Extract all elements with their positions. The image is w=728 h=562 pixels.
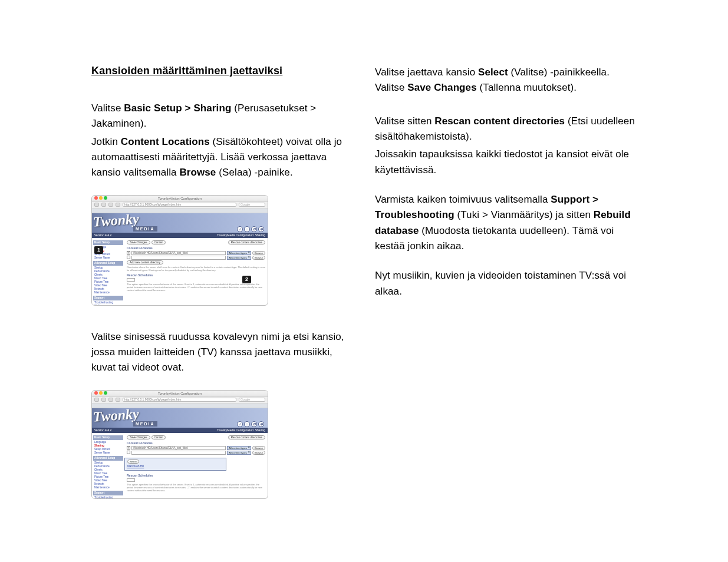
window-titlebar: TwonkyVision Configuration <box>92 391 268 397</box>
sidebar-item-servername[interactable]: Server Name <box>93 256 123 260</box>
screenshot-2: TwonkyVision Configuration http://127.0.… <box>91 390 268 499</box>
content-type-select[interactable]: All content types <box>227 446 251 450</box>
home-button[interactable] <box>116 398 120 402</box>
rescan-schedules-label: Rescan Schedules <box>127 474 265 477</box>
location-path-empty <box>131 451 226 455</box>
browse-button[interactable]: Browse <box>252 446 265 450</box>
search-field[interactable]: Google <box>239 203 265 207</box>
sidebar-group-support: Support <box>93 491 123 495</box>
sidebar-item-faq[interactable]: FAQ <box>93 305 123 306</box>
rescan-button[interactable]: Rescan content directories <box>228 435 265 439</box>
home-icon[interactable]: ⌂ <box>244 226 250 232</box>
save-changes-button[interactable]: Save Changes <box>127 240 150 244</box>
twonky-logo: Twonky <box>93 408 139 425</box>
help-text-2: This option specifies the rescan behavio… <box>127 283 265 292</box>
section-heading: Kansioiden määrittäminen jaettaviksi <box>91 65 356 77</box>
version-bar: Version 4.4.2 TwonkyMedia Configuration:… <box>92 428 268 433</box>
location-path: /Macintosh HD/Users/Shared/DLNA_test_fil… <box>131 251 226 255</box>
callout-1: 1 <box>94 246 103 254</box>
sidebar-group-basic: Basic Setup <box>93 240 123 245</box>
text: Jotkin <box>91 136 121 147</box>
browser-toolbar: http://127.0.0.1:9000/config/page/index.… <box>92 397 268 404</box>
para-block-r4: Nyt musiikin, kuvien ja videoiden toista… <box>375 268 640 299</box>
globe-icon[interactable]: ⊕ <box>258 421 264 427</box>
banner-icons: i ⌂ ✿ ⊕ <box>237 421 264 427</box>
forward-button[interactable] <box>101 398 106 402</box>
back-button[interactable] <box>94 398 99 402</box>
cancel-button[interactable]: Cancel <box>151 240 166 244</box>
cart-icon[interactable]: ✿ <box>251 226 257 232</box>
info-icon[interactable]: i <box>237 421 243 427</box>
traffic-lights <box>94 391 107 395</box>
address-bar[interactable]: http://127.0.0.1:9000/config/page/index.… <box>123 398 236 402</box>
home-icon[interactable]: ⌂ <box>244 421 250 427</box>
para-block-r1: Valitse jaettava kansio Select (Valitse)… <box>375 65 640 96</box>
drive-link[interactable]: Macintosh HD <box>126 464 225 469</box>
bold: Content Locations <box>121 136 210 147</box>
info-icon[interactable]: i <box>237 226 243 232</box>
location-row-1: /Macintosh HD/Users/Shared/DLNA_test_fil… <box>127 251 265 255</box>
location-checkbox[interactable] <box>127 256 130 259</box>
bold: Select <box>478 67 508 78</box>
add-directory-row: Add new content directory <box>127 260 265 265</box>
browse-button[interactable]: Browse <box>252 451 265 455</box>
sidebar-item-maintenance[interactable]: Maintenance <box>93 486 123 490</box>
content-type-select[interactable]: All content types <box>227 451 251 455</box>
app-banner: Twonky MEDIA i ⌂ ✿ ⊕ Version 4.4.2 Twonk… <box>92 408 268 433</box>
version-bar: Version 4.4.2 TwonkyMedia Configuration:… <box>92 233 268 238</box>
zoom-icon <box>104 196 107 200</box>
reload-button[interactable] <box>108 203 113 207</box>
rescan-interval-input[interactable] <box>127 278 135 282</box>
rp4: Nyt musiikin, kuvien ja videoiden toista… <box>375 268 640 299</box>
right-column: Valitse jaettava kansio Select (Valitse)… <box>375 65 640 515</box>
back-button[interactable] <box>94 203 99 207</box>
save-changes-button[interactable]: Save Changes <box>127 435 150 439</box>
add-directory-button[interactable]: Add new content directory <box>127 260 163 265</box>
location-row-2: All content types Browse <box>127 451 265 455</box>
browser-toolbar: http://127.0.0.1:9000/config/page/index.… <box>92 202 268 209</box>
text: (Tuki > Vianmääritys) ja sitten <box>454 209 594 220</box>
cart-icon[interactable]: ✿ <box>251 421 257 427</box>
callout-2: 2 <box>242 276 251 283</box>
minimize-icon <box>99 391 103 395</box>
location-checkbox[interactable] <box>127 446 130 449</box>
select-button[interactable]: Select <box>127 459 139 464</box>
sidebar-group-support: Support <box>93 296 123 300</box>
search-field[interactable]: Google <box>239 398 265 402</box>
content-locations-label: Content Locations <box>127 441 265 445</box>
sidebar-item-servername[interactable]: Server Name <box>93 451 123 455</box>
content-locations-label: Content Locations <box>127 246 265 250</box>
reload-button[interactable] <box>108 398 113 402</box>
rp2b: Joissakin tapauksissa kaikki tiedostot j… <box>375 147 640 178</box>
rescan-interval-input[interactable] <box>127 478 135 482</box>
sidebar-item-troubleshooting[interactable]: Troubleshooting <box>93 496 123 499</box>
globe-icon[interactable]: ⊕ <box>258 226 264 232</box>
location-checkbox[interactable] <box>127 451 130 454</box>
sidebar-group-advanced: Advanced Setup <box>93 261 123 266</box>
content-type-select[interactable]: All content types <box>227 256 251 260</box>
browse-button[interactable]: Browse <box>252 251 265 255</box>
version-text: Version 4.4.2 <box>94 233 111 238</box>
bold: Rescan content directories <box>434 115 565 127</box>
content-type-select[interactable]: All content types <box>227 251 251 255</box>
para-block-1: Valitse Basic Setup > Sharing (Perusaset… <box>91 101 356 181</box>
main-content: Save Changes Cancel Rescan content direc… <box>124 433 268 498</box>
rescan-row <box>127 478 265 482</box>
help-text-1: Directories where the server shall scan … <box>127 266 265 272</box>
minimize-icon <box>99 196 103 200</box>
home-button[interactable] <box>116 203 120 207</box>
traffic-lights <box>94 196 107 200</box>
select-button-row: Select <box>126 459 225 464</box>
text: (Selaa) -painike. <box>216 167 292 178</box>
location-row-1: /Macintosh HD/Users/Shared/DLNA_test_fil… <box>127 446 265 450</box>
browse-button[interactable]: Browse <box>252 256 265 260</box>
location-checkbox[interactable] <box>127 251 130 254</box>
sidebar-item-maintenance[interactable]: Maintenance <box>93 291 123 295</box>
text: (Tallenna muutokset). <box>477 82 577 93</box>
rescan-button[interactable]: Rescan content directories <box>228 240 265 244</box>
screenshot-1: 1 2 TwonkyVision Configuration http://12… <box>91 195 268 306</box>
p3: Valitse sinisessä ruudussa kovalevyn nim… <box>91 329 356 376</box>
cancel-button[interactable]: Cancel <box>151 435 166 439</box>
address-bar[interactable]: http://127.0.0.1:9000/config/page/index.… <box>123 203 236 207</box>
forward-button[interactable] <box>101 203 106 207</box>
